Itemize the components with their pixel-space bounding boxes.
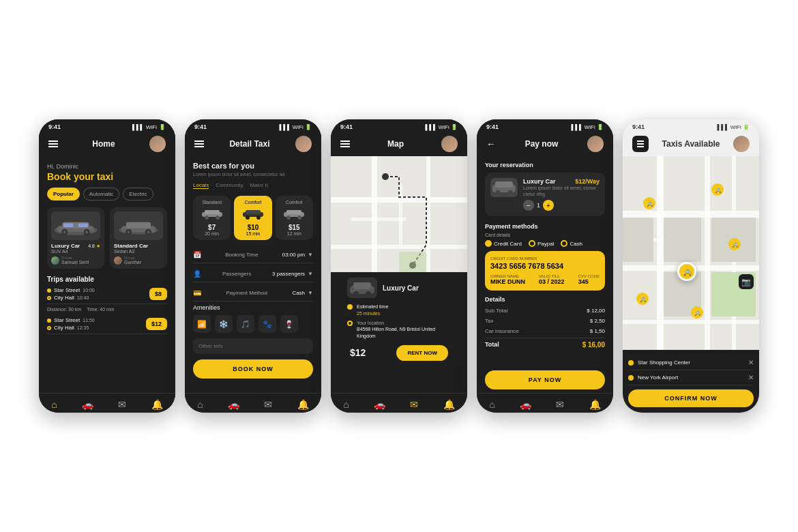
svg-point-15 xyxy=(147,231,150,234)
bottom-nav-3: ⌂ 🚗 ✉ 🔔 xyxy=(331,393,467,413)
nav-bell-1[interactable]: 🔔 xyxy=(151,399,163,410)
filter-automatic[interactable]: Automatic xyxy=(83,188,120,201)
book-now-btn[interactable]: BOOK NOW xyxy=(193,359,313,379)
nav-msg-3[interactable]: ✉ xyxy=(410,399,418,410)
loc-name-1: Star Shopping Center xyxy=(638,359,690,366)
from-text-2: Star Street xyxy=(54,317,80,323)
svg-point-19 xyxy=(216,216,220,220)
avatar-4[interactable] xyxy=(587,136,604,152)
menu-icon-2[interactable] xyxy=(194,139,204,149)
tab-locals[interactable]: Locals xyxy=(193,182,209,189)
filter-electric[interactable]: Electric xyxy=(123,188,153,201)
nav-msg-2[interactable]: ✉ xyxy=(264,399,272,410)
option-comfort2[interactable]: Comfort $15 12 min xyxy=(276,196,313,240)
tab-makeit[interactable]: Make It xyxy=(250,182,268,189)
nav-bar-5: Taxis Available xyxy=(623,132,759,156)
insurance-label: Car insurance xyxy=(485,328,519,334)
radio-paypal-label: Paypal xyxy=(537,241,554,247)
radio-cash-circle xyxy=(561,240,567,247)
screen-home: 9:41 ▌▌▌ WiFi 🔋 Home Hi, Dominic Book yo… xyxy=(39,119,175,413)
svg-rect-42 xyxy=(495,181,513,188)
nav-car-2[interactable]: 🚗 xyxy=(228,399,239,410)
rent-btn[interactable]: RENT NOW xyxy=(396,345,448,361)
tab-community[interactable]: Community xyxy=(216,182,243,189)
menu-icon-3[interactable] xyxy=(340,139,350,149)
radio-cash[interactable]: Cash xyxy=(561,240,582,247)
bottom-nav-1: ⌂ 🚗 ✉ 🔔 xyxy=(39,393,175,413)
back-icon[interactable]: ← xyxy=(486,138,496,149)
amenity-drink: 🍷 xyxy=(280,315,298,333)
field-payment[interactable]: 💳 Payment Method Cash ▼ xyxy=(193,285,313,301)
nav-home-3[interactable]: ⌂ xyxy=(343,399,349,410)
owner-value: MIKE DUNN xyxy=(490,278,525,285)
cars-row: Luxury Car 4.8★ SUV A4 Driver Samuel Ser… xyxy=(47,207,167,269)
close-loc-1[interactable]: ✕ xyxy=(748,359,754,366)
trip-price-2: $12 xyxy=(146,318,167,330)
qty-minus[interactable]: − xyxy=(523,200,534,211)
trip-info: Distance: 30 km Time: 40 min xyxy=(47,307,167,312)
radio-paypal[interactable]: Paypal xyxy=(529,240,554,247)
nav-bell-3[interactable]: 🔔 xyxy=(443,399,455,410)
screenshot-icon[interactable]: 📷 xyxy=(739,274,754,289)
payment-section: Payment methods Card details Credit Card… xyxy=(485,223,605,291)
taxi-marker-3: 🚕 xyxy=(728,238,741,250)
field-passengers[interactable]: 👤 Passengers 3 passengers ▼ xyxy=(193,266,313,282)
confirm-btn[interactable]: CONFIRM NOW xyxy=(628,389,754,407)
nav-msg-1[interactable]: ✉ xyxy=(118,399,126,410)
other-info-input[interactable] xyxy=(193,338,313,354)
nav-home-2[interactable]: ⌂ xyxy=(197,399,203,410)
nav-car-3[interactable]: 🚗 xyxy=(374,399,385,410)
taxi-marker-5: 🚕 xyxy=(691,306,703,319)
svg-rect-50 xyxy=(705,156,710,374)
pay-now-btn[interactable]: PAY NOW xyxy=(485,370,605,389)
field-booking-time[interactable]: 📅 Booking Time 03:00 pm ▼ xyxy=(193,247,313,263)
avatar-5[interactable] xyxy=(733,136,750,152)
from-time-2: 11:50 xyxy=(83,318,95,323)
svg-rect-8 xyxy=(78,224,88,227)
nav-car-4[interactable]: 🚗 xyxy=(520,399,531,410)
to-dot-2 xyxy=(47,326,51,330)
trip-price-1: $8 xyxy=(149,288,167,300)
svg-rect-51 xyxy=(732,156,736,374)
loc-dot-1 xyxy=(628,360,634,366)
status-icons-1: ▌▌▌ WiFi 🔋 xyxy=(132,124,166,130)
avatar-1[interactable] xyxy=(149,136,166,152)
tax-value: $ 2,50 xyxy=(590,318,605,324)
trip-item-1[interactable]: Star Street 10:00 City Hall 10:40 $8 xyxy=(47,287,167,304)
car-card-standard[interactable]: Standard Car Sedan A2 Driver Gunther xyxy=(110,207,167,269)
nav-bell-4[interactable]: 🔔 xyxy=(589,399,601,410)
screen-pay: 9:41 ▌▌▌ WiFi 🔋 ← Pay now Your reservati… xyxy=(477,119,613,413)
option-standard[interactable]: Standard $7 20 min xyxy=(193,196,231,240)
credit-card: CREDIT CARD NUMBER 3423 5656 7678 5634 O… xyxy=(485,251,605,291)
filter-popular[interactable]: Popular xyxy=(47,188,80,201)
radio-credit[interactable]: Credit Card xyxy=(485,240,522,247)
nav-car-1[interactable]: 🚗 xyxy=(82,399,93,410)
trip-item-2[interactable]: Star Street 11:50 City Hall 12:35 $12 xyxy=(47,317,167,334)
nav-bar-3: Map xyxy=(331,132,467,156)
taxi-marker-4: 🚕 xyxy=(636,293,649,305)
rating-star: ★ xyxy=(96,243,100,249)
menu-icon-5[interactable] xyxy=(632,136,649,152)
nav-msg-4[interactable]: ✉ xyxy=(556,399,564,410)
svg-rect-46 xyxy=(623,211,759,218)
insurance-value: $ 1,50 xyxy=(590,328,605,334)
amenities-title: Amenities xyxy=(193,304,313,311)
svg-rect-48 xyxy=(623,320,759,324)
screen2-title: Detail Taxi xyxy=(204,139,295,149)
nav-bell-2[interactable]: 🔔 xyxy=(297,399,309,410)
close-loc-2[interactable]: ✕ xyxy=(748,374,754,381)
status-bar-5: 9:41 ▌▌▌ WiFi 🔋 xyxy=(623,119,759,132)
detail-section-sub: Lorem ipsum dolor sit amet, consectetur … xyxy=(193,172,313,177)
nav-home-1[interactable]: ⌂ xyxy=(51,399,57,410)
option-comfort[interactable]: Comfort $10 15 min xyxy=(234,196,271,240)
menu-icon[interactable] xyxy=(48,139,58,149)
car-card-luxury[interactable]: Luxury Car 4.8★ SUV A4 Driver Samuel Ser… xyxy=(47,207,104,269)
svg-point-43 xyxy=(495,190,501,196)
nav-home-4[interactable]: ⌂ xyxy=(489,399,494,410)
avatar-3[interactable] xyxy=(441,136,458,152)
svg-rect-21 xyxy=(246,210,261,214)
option-comfort2-type: Comfort xyxy=(280,200,309,205)
avatar-2[interactable] xyxy=(295,136,312,152)
option-comfort2-time: 12 min xyxy=(280,231,309,236)
qty-plus[interactable]: + xyxy=(543,200,554,211)
